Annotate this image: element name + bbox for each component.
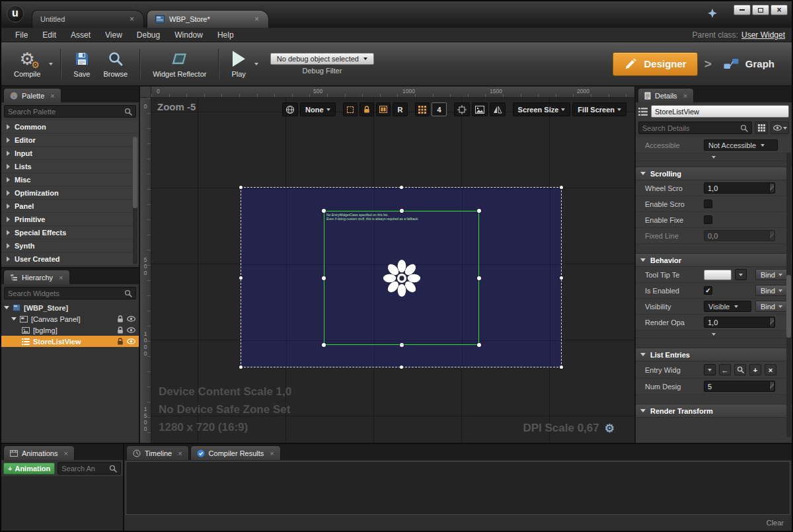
details-scrollbar[interactable]: [786, 153, 791, 437]
palette-category-synth[interactable]: Synth: [1, 239, 139, 252]
menu-view[interactable]: View: [98, 28, 130, 42]
tab-animations[interactable]: Animations: [3, 445, 75, 460]
tooltip-combo-button[interactable]: [735, 269, 747, 280]
resize-handle[interactable]: [560, 365, 563, 369]
view-options-button[interactable]: [771, 122, 789, 134]
palette-category-misc[interactable]: Misc: [1, 173, 139, 186]
widget-reflector-button[interactable]: Widget Reflector: [147, 47, 212, 81]
section-render-transform[interactable]: Render Transform: [636, 404, 792, 418]
enable-fixed-checkbox[interactable]: [704, 215, 712, 224]
add-entry-button[interactable]: [749, 364, 761, 375]
close-icon[interactable]: [254, 15, 259, 23]
eye-icon[interactable]: [127, 338, 135, 344]
resize-handle[interactable]: [560, 186, 563, 189]
hierarchy-search[interactable]: [4, 287, 136, 299]
designer-viewport[interactable]: 0 500 1000 1500 2000 0 500 1000 1500 Zoo…: [140, 87, 634, 443]
tab-palette[interactable]: Palette: [3, 88, 61, 102]
preview-mode-dropdown[interactable]: None: [300, 102, 336, 116]
eye-icon[interactable]: [127, 327, 135, 333]
expand-down-icon[interactable]: [11, 317, 17, 321]
entry-widget-class-dropdown[interactable]: [704, 364, 716, 375]
respect-locks-button[interactable]: R: [393, 102, 408, 116]
tree-item-canvas-panel[interactable]: [Canvas Panel]: [1, 313, 139, 324]
minimize-button[interactable]: [734, 5, 751, 15]
widget-outlines-button[interactable]: [376, 102, 391, 116]
palette-category-special-effects[interactable]: Special Effects: [1, 226, 139, 239]
menu-file[interactable]: File: [8, 28, 35, 42]
resize-handle[interactable]: [477, 343, 481, 347]
graph-mode-button[interactable]: Graph: [718, 54, 780, 74]
scrollbar-thumb[interactable]: [786, 275, 791, 338]
menu-asset[interactable]: Asset: [63, 28, 98, 42]
play-options-caret[interactable]: [254, 63, 258, 65]
visibility-dropdown[interactable]: Visible: [704, 301, 751, 312]
close-icon[interactable]: [59, 274, 63, 282]
object-name-input[interactable]: [651, 105, 789, 118]
resize-handle[interactable]: [322, 209, 326, 213]
resize-handle[interactable]: [560, 276, 563, 280]
spin-knob[interactable]: [769, 318, 774, 326]
fill-screen-dropdown[interactable]: Fill Screen: [572, 102, 626, 116]
enable-scroll-checkbox[interactable]: [704, 200, 712, 208]
resize-handle[interactable]: [239, 365, 243, 369]
preview-background-button[interactable]: [472, 102, 488, 116]
use-selected-asset-button[interactable]: [719, 364, 731, 375]
tab-hierarchy[interactable]: Hierarchy: [3, 270, 70, 284]
tooltip-bind-button[interactable]: Bind: [755, 269, 788, 280]
close-window-button[interactable]: [771, 5, 788, 15]
anchor-button[interactable]: [454, 102, 470, 116]
advanced-expander[interactable]: [636, 153, 792, 161]
accessible-dropdown[interactable]: Not Accessible: [704, 139, 778, 151]
visibility-bind-button[interactable]: Bind: [755, 301, 788, 312]
search-input[interactable]: [61, 465, 106, 473]
is-enabled-checkbox[interactable]: [704, 286, 712, 295]
compile-button[interactable]: Compile: [8, 47, 46, 81]
palette-category-input[interactable]: Input: [1, 147, 139, 160]
tree-item-wbp-store[interactable]: [WBP_Store]: [1, 302, 139, 313]
compile-options-caret[interactable]: [49, 63, 53, 65]
palette-category-user-created[interactable]: User Created: [1, 252, 139, 266]
storelistview-selection[interactable]: No EntryWidgetClass specified on this li…: [324, 211, 479, 345]
lock-icon[interactable]: [117, 326, 124, 334]
canvas-root-preview[interactable]: No EntryWidgetClass specified on this li…: [241, 187, 562, 367]
lock-icon[interactable]: [117, 315, 124, 323]
search-input[interactable]: [8, 108, 122, 116]
tab-wbp-store[interactable]: WBP_Store*: [147, 10, 269, 28]
num-designer-input[interactable]: 5: [704, 381, 775, 392]
menu-debug[interactable]: Debug: [130, 28, 167, 42]
close-icon[interactable]: [130, 15, 134, 23]
compiler-results-log[interactable]: [126, 461, 790, 515]
grid-snap-size[interactable]: 4: [432, 102, 446, 116]
resize-handle[interactable]: [400, 209, 404, 213]
tab-timeline[interactable]: Timeline: [126, 445, 189, 460]
clear-button[interactable]: Clear: [767, 519, 784, 527]
add-animation-button[interactable]: Animation: [3, 463, 55, 475]
close-icon[interactable]: [178, 449, 182, 457]
resize-handle[interactable]: [400, 186, 403, 189]
resize-handle[interactable]: [322, 343, 326, 347]
maximize-button[interactable]: [752, 5, 769, 15]
lock-icon[interactable]: [117, 338, 124, 346]
dpi-settings-gear-icon[interactable]: [605, 423, 615, 434]
expand-down-icon[interactable]: [4, 306, 9, 309]
spin-knob[interactable]: [769, 184, 774, 192]
tree-item-storelistview[interactable]: StoreListView: [1, 336, 139, 347]
clear-entry-button[interactable]: [765, 364, 776, 375]
localization-preview-button[interactable]: [282, 102, 298, 116]
eye-icon[interactable]: [127, 316, 135, 322]
fixed-line-input[interactable]: 0,0: [704, 230, 775, 241]
menu-edit[interactable]: Edit: [35, 28, 63, 42]
palette-category-primitive[interactable]: Primitive: [1, 213, 139, 226]
tab-untitled[interactable]: Untitled: [32, 10, 144, 28]
close-icon[interactable]: [63, 449, 67, 457]
parent-class-link[interactable]: User Widget: [741, 30, 785, 40]
palette-category-lists[interactable]: Lists: [1, 160, 139, 173]
palette-category-editor[interactable]: Editor: [1, 133, 139, 147]
save-button[interactable]: Save: [67, 47, 96, 81]
resize-handle[interactable]: [400, 343, 404, 347]
advanced-expander[interactable]: [636, 330, 792, 338]
debug-object-dropdown[interactable]: No debug object selected: [270, 53, 374, 65]
palette-category-optimization[interactable]: Optimization: [1, 186, 139, 200]
palette-scrollbar[interactable]: [133, 137, 137, 264]
close-icon[interactable]: [50, 92, 54, 100]
